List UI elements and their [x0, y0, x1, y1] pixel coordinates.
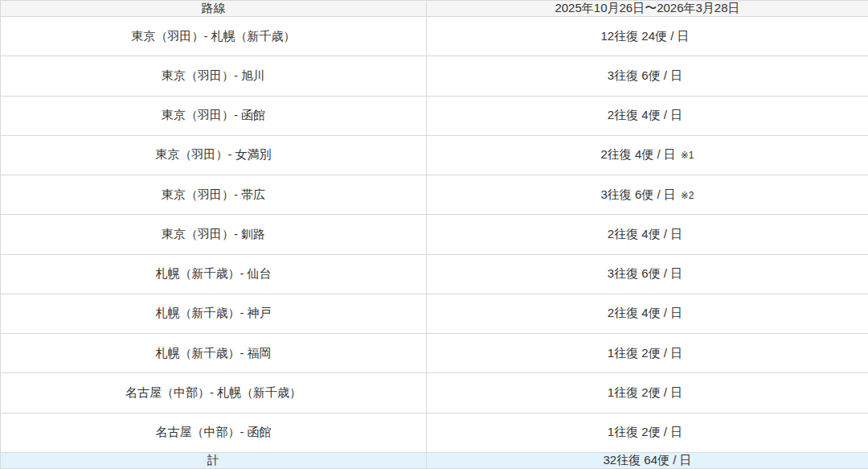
- route-cell: 東京（羽田）- 帯広: [1, 175, 427, 215]
- route-label: 名古屋（中部）- 札幌（新千歳）: [125, 385, 301, 399]
- flights-cell: 2往復 4便 / 日: [427, 215, 868, 254]
- route-label: 東京（羽田）- 札幌（新千歳）: [131, 29, 295, 43]
- total-label: 計: [1, 453, 427, 469]
- header-row: 路線 2025年10月26日〜2026年3月28日: [1, 1, 868, 17]
- table-row: 札幌（新千歳）- 仙台 3往復 6便 / 日: [1, 254, 868, 294]
- route-cell: 東京（羽田）- 女満別: [1, 135, 427, 175]
- route-cell: 名古屋（中部）- 函館: [1, 413, 427, 452]
- flights-cell: 3往復 6便 / 日※2: [427, 175, 868, 215]
- flights-cell: 2往復 4便 / 日: [427, 96, 868, 135]
- route-cell: 東京（羽田）- 釧路: [1, 215, 427, 254]
- flights-value: 2往復 4便 / 日: [608, 108, 682, 121]
- flights-value: 1往復 2便 / 日: [608, 385, 682, 399]
- flights-cell: 3往復 6便 / 日: [427, 56, 868, 96]
- flights-cell: 3往復 6便 / 日: [427, 254, 868, 294]
- flights-cell: 1往復 2便 / 日: [427, 373, 868, 413]
- table-row: 東京（羽田）- 旭川 3往復 6便 / 日: [1, 56, 868, 96]
- table-row: 名古屋（中部）- 函館 1往復 2便 / 日: [1, 413, 868, 452]
- route-label: 東京（羽田）- 女満別: [155, 147, 271, 161]
- route-label: 東京（羽田）- 帯広: [162, 187, 265, 201]
- route-cell: 東京（羽田）- 旭川: [1, 56, 427, 96]
- flights-note: ※2: [681, 190, 694, 201]
- total-row: 計 32往復 64便 / 日: [1, 453, 868, 469]
- route-label: 東京（羽田）- 釧路: [162, 227, 265, 241]
- table-row: 札幌（新千歳）- 福岡 1往復 2便 / 日: [1, 334, 868, 373]
- route-label: 名古屋（中部）- 函館: [155, 425, 271, 438]
- route-label: 東京（羽田）- 旭川: [162, 68, 265, 82]
- flights-value: 3往復 6便 / 日: [600, 187, 675, 201]
- flights-value: 3往復 6便 / 日: [608, 266, 682, 280]
- table-body: 東京（羽田）- 札幌（新千歳） 12往復 24便 / 日 東京（羽田）- 旭川 …: [1, 17, 868, 453]
- flight-schedule-table: 路線 2025年10月26日〜2026年3月28日 東京（羽田）- 札幌（新千歳…: [0, 0, 868, 469]
- flights-cell: 1往復 2便 / 日: [427, 334, 868, 373]
- total-flights-value: 32往復 64便 / 日: [427, 453, 868, 469]
- table-row: 東京（羽田）- 帯広 3往復 6便 / 日※2: [1, 175, 868, 215]
- flights-value: 1往復 2便 / 日: [608, 425, 682, 438]
- flights-cell: 2往復 4便 / 日※1: [427, 135, 868, 175]
- flights-cell: 12往復 24便 / 日: [427, 17, 868, 56]
- flights-value: 2往復 4便 / 日: [600, 147, 675, 161]
- table-row: 東京（羽田）- 女満別 2往復 4便 / 日※1: [1, 135, 868, 175]
- flight-schedule: 路線 2025年10月26日〜2026年3月28日 東京（羽田）- 札幌（新千歳…: [0, 0, 868, 469]
- flights-value: 12往復 24便 / 日: [600, 29, 689, 43]
- route-cell: 東京（羽田）- 函館: [1, 96, 427, 135]
- table-row: 名古屋（中部）- 札幌（新千歳） 1往復 2便 / 日: [1, 373, 868, 413]
- route-label: 東京（羽田）- 函館: [162, 108, 265, 121]
- flights-value: 2往復 4便 / 日: [608, 306, 682, 319]
- table-row: 東京（羽田）- 釧路 2往復 4便 / 日: [1, 215, 868, 254]
- flights-value: 2往復 4便 / 日: [608, 227, 682, 241]
- route-cell: 東京（羽田）- 札幌（新千歳）: [1, 17, 427, 56]
- route-column-header: 路線: [1, 1, 427, 17]
- period-column-header: 2025年10月26日〜2026年3月28日: [427, 1, 868, 17]
- route-cell: 札幌（新千歳）- 神戸: [1, 294, 427, 333]
- flights-value: 3往復 6便 / 日: [608, 68, 682, 82]
- route-cell: 札幌（新千歳）- 福岡: [1, 334, 427, 373]
- route-cell: 名古屋（中部）- 札幌（新千歳）: [1, 373, 427, 413]
- flights-value: 1往復 2便 / 日: [608, 346, 682, 360]
- route-cell: 札幌（新千歳）- 仙台: [1, 254, 427, 294]
- flights-note: ※1: [681, 150, 694, 161]
- route-label: 札幌（新千歳）- 神戸: [155, 306, 271, 319]
- flights-cell: 2往復 4便 / 日: [427, 294, 868, 333]
- table-row: 東京（羽田）- 札幌（新千歳） 12往復 24便 / 日: [1, 17, 868, 56]
- route-label: 札幌（新千歳）- 仙台: [155, 266, 271, 280]
- route-label: 札幌（新千歳）- 福岡: [155, 346, 271, 360]
- flights-cell: 1往復 2便 / 日: [427, 413, 868, 452]
- table-row: 札幌（新千歳）- 神戸 2往復 4便 / 日: [1, 294, 868, 333]
- table-row: 東京（羽田）- 函館 2往復 4便 / 日: [1, 96, 868, 135]
